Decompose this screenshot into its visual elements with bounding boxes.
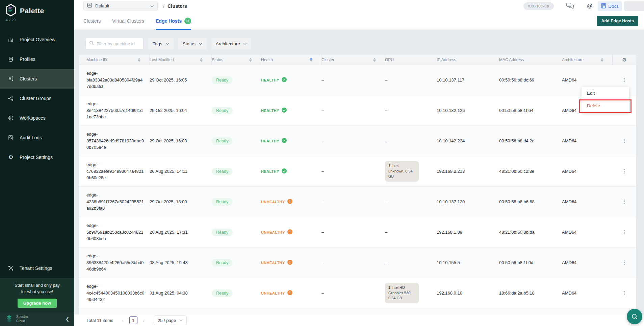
- context-menu-item-delete[interactable]: Delete: [582, 99, 629, 112]
- sidebar-item-project-overview[interactable]: Project Overview: [0, 30, 74, 49]
- sidebar-footer: Spectro Cloud ❮: [0, 312, 74, 326]
- compass-icon[interactable]: @: [587, 3, 592, 9]
- sort-arrows-icon[interactable]: [373, 58, 376, 62]
- row-actions-kebab-icon[interactable]: [622, 76, 626, 84]
- table-row[interactable]: edge-bfa83842a83d8405804f29a47ddbafcf 29…: [79, 65, 636, 95]
- sidebar-item-clusters[interactable]: Clusters: [0, 69, 74, 89]
- page-number-button[interactable]: 1: [129, 316, 137, 324]
- alert-circle-icon: [287, 290, 292, 296]
- row-actions-kebab-icon[interactable]: [622, 259, 626, 266]
- machine-id-cell: edge-bfa83842a83d8405804f29a47ddbafcf: [86, 67, 145, 93]
- spectro-cloud-logo-icon: [5, 315, 13, 324]
- sidebar-item-project-settings[interactable]: ⚙Project Settings: [0, 147, 74, 167]
- add-edge-hosts-button[interactable]: Add Edge Hosts: [597, 16, 638, 26]
- chat-icon[interactable]: [566, 3, 574, 9]
- breadcrumb: / Clusters: [163, 0, 187, 12]
- table-row[interactable]: edge-4c4c4544003450108033b6c04f504432 01…: [79, 278, 636, 308]
- gpu-chip: 1 Intel unknown, 0.54 GB: [385, 161, 419, 182]
- machine-id-search[interactable]: [85, 38, 144, 49]
- palette-logo-icon: [5, 4, 17, 18]
- column-header-last-modified[interactable]: Last Modified: [150, 55, 212, 65]
- gpu-dash: –: [385, 108, 387, 113]
- sort-arrows-icon[interactable]: [138, 58, 140, 62]
- docs-button[interactable]: Docs: [598, 1, 622, 11]
- row-actions-kebab-icon[interactable]: [622, 168, 626, 175]
- sort-arrows-icon[interactable]: [200, 58, 203, 62]
- table-row[interactable]: edge-c76832aefe914893047a48210b60c28e 26…: [79, 156, 636, 187]
- filter-dropdown-architecture[interactable]: Architecture: [211, 38, 251, 49]
- ip-address-cell: 10.10.137.120: [437, 199, 499, 204]
- sidebar-item-label: Cluster Groups: [20, 96, 51, 101]
- sort-arrows-icon[interactable]: [601, 58, 603, 62]
- sidebar-item-cluster-groups[interactable]: Cluster Groups: [0, 89, 74, 108]
- row-actions-kebab-icon[interactable]: [622, 137, 626, 144]
- column-header-machine-id[interactable]: Machine ID: [86, 55, 150, 65]
- health-label: UNHEALTHY: [261, 200, 285, 204]
- row-actions-kebab-icon[interactable]: [622, 198, 626, 205]
- tab-virtual-clusters[interactable]: Virtual Clusters: [112, 12, 144, 30]
- gpu-dash: –: [385, 230, 387, 235]
- sort-arrows-icon[interactable]: [249, 58, 252, 62]
- table-row[interactable]: edge-857438426ef9d9781930dbe90b705e4e 29…: [79, 126, 636, 156]
- status-badge: Ready: [212, 259, 233, 266]
- search-input[interactable]: [97, 41, 137, 46]
- architecture-cell: AMD64: [562, 138, 613, 143]
- page-size-select[interactable]: 25 / page: [154, 316, 187, 325]
- check-circle-icon: [282, 108, 287, 113]
- tab-clusters[interactable]: Clusters: [83, 12, 101, 30]
- table-row[interactable]: edge-396338420e4f260a55c3bbd046db9b64 08…: [79, 248, 636, 278]
- mac-address-cell: 00:50:56:b8:b6:68: [499, 199, 562, 204]
- sidebar-item-label: Clusters: [20, 76, 37, 82]
- table-row[interactable]: edge-8e41384227563a7d14df9f1d1ac73bbe 29…: [79, 95, 636, 126]
- status-badge: Ready: [212, 168, 233, 175]
- sidebar-item-tenant-settings[interactable]: Tenant Settings: [0, 258, 74, 278]
- health-cell: UNHEALTHY: [261, 229, 321, 235]
- upgrade-now-button[interactable]: Upgrade now: [18, 299, 57, 308]
- clusters-icon: [7, 75, 14, 82]
- column-header-cluster[interactable]: Cluster: [321, 55, 385, 65]
- mac-address-cell: 00:50:56:b8:1f:64: [499, 108, 562, 113]
- collapse-sidebar-icon[interactable]: ❮: [66, 317, 69, 322]
- column-header-status[interactable]: Status: [212, 55, 261, 65]
- sidebar-item-audit-logs[interactable]: Audit Logs: [0, 128, 74, 147]
- machine-id-cell: edge-5b96f691ab253ca3c02448210b608bda: [86, 219, 145, 246]
- table-row[interactable]: edge-5b96f691ab253ca3c02448210b608bda 20…: [79, 217, 636, 248]
- sort-arrows-icon[interactable]: [310, 58, 312, 62]
- row-actions-kebab-icon[interactable]: [622, 289, 626, 297]
- machine-id-cell: edge-857438426ef9d9781930dbe90b705e4e: [86, 127, 145, 154]
- machine-id-cell: edge-4238b891f7267a5024295521a92b3fa8: [86, 188, 145, 215]
- filter-label: Tags: [153, 41, 162, 46]
- prev-page-icon[interactable]: ‹: [122, 318, 123, 323]
- last-modified-cell: 29 Oct 2025, 16:04: [150, 108, 212, 113]
- ip-address-cell: 10.10.155.5: [437, 260, 499, 265]
- table-row[interactable]: edge-4238b891f7267a5024295521a92b3fa8 29…: [79, 187, 636, 217]
- context-menu-item-edit[interactable]: Edit: [582, 87, 629, 99]
- brand-logo[interactable]: Palette: [5, 4, 44, 18]
- filter-dropdown-tags[interactable]: Tags: [148, 38, 174, 49]
- project-selector[interactable]: Default: [83, 1, 158, 10]
- ip-address-cell: 192.168.1.89: [437, 230, 499, 235]
- column-header-architecture[interactable]: Architecture: [562, 55, 613, 65]
- chat-launcher-button[interactable]: [627, 309, 642, 324]
- tab-edge-hosts[interactable]: Edge Hosts11: [156, 12, 191, 30]
- ip-address-cell: 192.168.0.10: [437, 290, 499, 296]
- user-menu-partial[interactable]: [624, 1, 644, 11]
- gpu-cell: –: [385, 260, 437, 265]
- column-header-health[interactable]: Health: [261, 55, 321, 65]
- mac-address-cell: 48:21:0b:60:c2:8e: [499, 169, 562, 174]
- sidebar-item-profiles[interactable]: Profiles: [0, 49, 74, 69]
- status-badge: Ready: [212, 76, 233, 84]
- gpu-dash: –: [385, 199, 387, 204]
- pagination-bar: Total 11 items ‹ 1 › 25 / page: [74, 315, 644, 326]
- check-circle-icon: [282, 138, 287, 144]
- row-actions-kebab-icon[interactable]: [622, 229, 626, 236]
- network-icon: [7, 95, 14, 102]
- next-page-icon[interactable]: ›: [143, 318, 145, 323]
- architecture-cell: AMD64: [562, 169, 613, 174]
- filter-dropdown-status[interactable]: Status: [178, 38, 207, 49]
- sidebar-item-workspaces[interactable]: Workspaces: [0, 108, 74, 128]
- table-settings-gear-icon[interactable]: ⚙: [622, 57, 626, 63]
- tenant-settings-nav: Tenant Settings: [0, 258, 74, 278]
- alert-circle-icon: [287, 199, 292, 205]
- gear-icon: ⚙: [7, 154, 14, 161]
